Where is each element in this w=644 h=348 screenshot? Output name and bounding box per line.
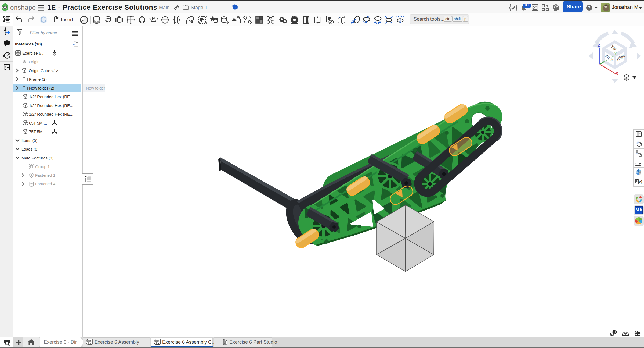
svg-text:Y: Y <box>614 51 617 56</box>
svg-text:Z: Z <box>598 43 600 48</box>
svg-text:x): x) <box>638 180 642 184</box>
svg-text:X: X <box>615 71 618 76</box>
